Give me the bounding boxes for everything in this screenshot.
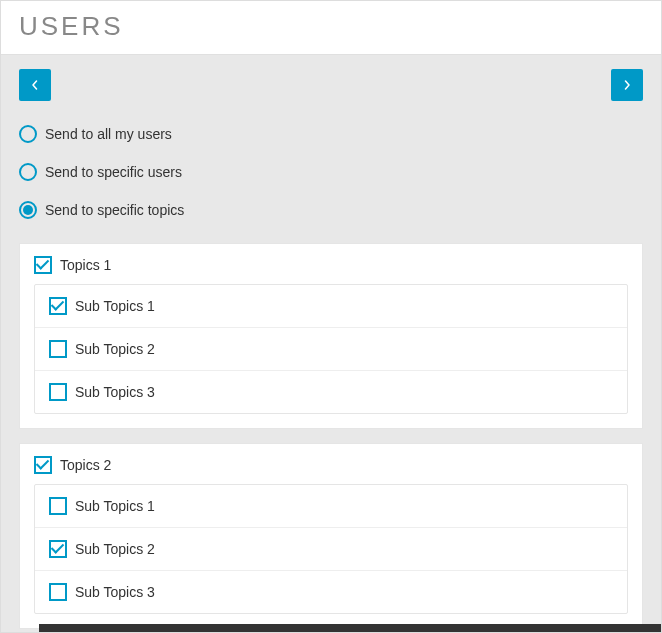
checkbox-icon [34,456,52,474]
subtopic-label: Sub Topics 1 [75,298,155,314]
topic-group: Topics 2 Sub Topics 1 Sub Topics 2 Sub T… [19,443,643,629]
subtopic-row[interactable]: Sub Topics 3 [35,371,627,413]
footer-bar [39,624,661,632]
radio-send-specific-topics[interactable]: Send to specific topics [19,191,643,229]
nav-row [1,55,661,111]
radio-icon [19,201,37,219]
next-button[interactable] [611,69,643,101]
topic-label: Topics 2 [60,457,111,473]
subtopics-list: Sub Topics 1 Sub Topics 2 Sub Topics 3 [34,484,628,614]
chevron-left-icon [30,80,40,90]
checkbox-icon [49,383,67,401]
subtopic-row[interactable]: Sub Topics 1 [35,485,627,528]
prev-button[interactable] [19,69,51,101]
radio-icon [19,163,37,181]
header: USERS [1,1,661,55]
checkbox-icon [49,583,67,601]
send-to-radio-group: Send to all my users Send to specific us… [1,111,661,243]
subtopic-row[interactable]: Sub Topics 3 [35,571,627,613]
topic-group: Topics 1 Sub Topics 1 Sub Topics 2 Sub T… [19,243,643,429]
subtopic-label: Sub Topics 1 [75,498,155,514]
topic-label: Topics 1 [60,257,111,273]
subtopic-row[interactable]: Sub Topics 2 [35,328,627,371]
checkbox-icon [49,540,67,558]
chevron-right-icon [622,80,632,90]
topic-header[interactable]: Topics 2 [34,456,628,474]
subtopics-list: Sub Topics 1 Sub Topics 2 Sub Topics 3 [34,284,628,414]
radio-label: Send to specific topics [45,202,184,218]
radio-label: Send to specific users [45,164,182,180]
topic-header[interactable]: Topics 1 [34,256,628,274]
subtopic-label: Sub Topics 3 [75,584,155,600]
subtopic-label: Sub Topics 3 [75,384,155,400]
radio-send-specific-users[interactable]: Send to specific users [19,153,643,191]
radio-label: Send to all my users [45,126,172,142]
page-title: USERS [19,11,643,42]
radio-send-all-users[interactable]: Send to all my users [19,115,643,153]
checkbox-icon [49,497,67,515]
radio-icon [19,125,37,143]
subtopic-row[interactable]: Sub Topics 2 [35,528,627,571]
subtopic-label: Sub Topics 2 [75,341,155,357]
subtopic-row[interactable]: Sub Topics 1 [35,285,627,328]
subtopic-label: Sub Topics 2 [75,541,155,557]
checkbox-icon [49,340,67,358]
checkbox-icon [49,297,67,315]
checkbox-icon [34,256,52,274]
